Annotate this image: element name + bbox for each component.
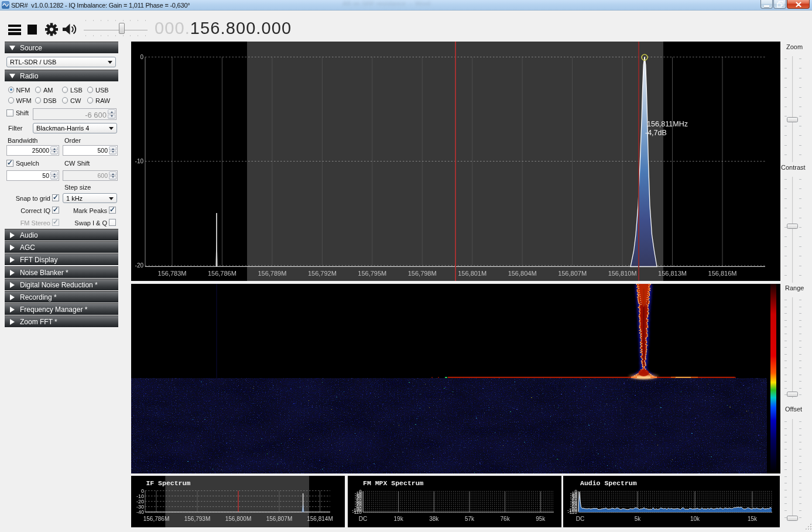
svg-text:156,786M: 156,786M — [208, 270, 237, 277]
svg-text:95k: 95k — [536, 516, 546, 522]
svg-text:156,798M: 156,798M — [408, 270, 437, 277]
svg-text:57k: 57k — [465, 516, 475, 522]
svg-text:Audio Spectrum: Audio Spectrum — [580, 479, 637, 487]
svg-text:156,800M: 156,800M — [225, 516, 251, 522]
svg-text:156,801M: 156,801M — [458, 270, 486, 277]
svg-text:0: 0 — [140, 54, 143, 60]
svg-text:156,807M: 156,807M — [266, 516, 292, 522]
svg-text:DC: DC — [359, 516, 367, 522]
svg-text:156,786M: 156,786M — [143, 516, 169, 522]
svg-text:156,793M: 156,793M — [184, 516, 210, 522]
svg-text:156,811MHz: 156,811MHz — [647, 120, 688, 128]
svg-text:156,804M: 156,804M — [508, 270, 537, 277]
svg-text:156,792M: 156,792M — [308, 270, 337, 277]
svg-text:156,795M: 156,795M — [358, 270, 386, 277]
svg-text:156,783M: 156,783M — [158, 270, 187, 277]
svg-text:156,813M: 156,813M — [658, 270, 687, 277]
svg-text:10k: 10k — [690, 516, 700, 522]
svg-text:-110: -110 — [352, 509, 362, 515]
svg-text:FM MPX Spectrum: FM MPX Spectrum — [363, 479, 424, 487]
svg-text:-4,7dB: -4,7dB — [645, 129, 667, 137]
svg-text:DC: DC — [576, 516, 584, 522]
svg-text:-40: -40 — [136, 509, 144, 515]
svg-text:5k: 5k — [635, 516, 642, 522]
svg-text:156,789M: 156,789M — [258, 270, 286, 277]
svg-text:156,814M: 156,814M — [307, 516, 333, 522]
svg-text:-10: -10 — [135, 158, 144, 164]
svg-text:-110: -110 — [568, 509, 578, 515]
svg-text:76k: 76k — [501, 516, 511, 522]
svg-text:-20: -20 — [135, 262, 144, 269]
svg-text:IF Spectrum: IF Spectrum — [146, 479, 190, 487]
svg-text:19k: 19k — [394, 516, 404, 522]
svg-text:156,816M: 156,816M — [708, 270, 737, 277]
svg-text:38k: 38k — [429, 516, 439, 522]
svg-text:156,807M: 156,807M — [558, 270, 587, 277]
svg-text:15k: 15k — [748, 516, 758, 522]
svg-text:156,810M: 156,810M — [608, 270, 637, 277]
